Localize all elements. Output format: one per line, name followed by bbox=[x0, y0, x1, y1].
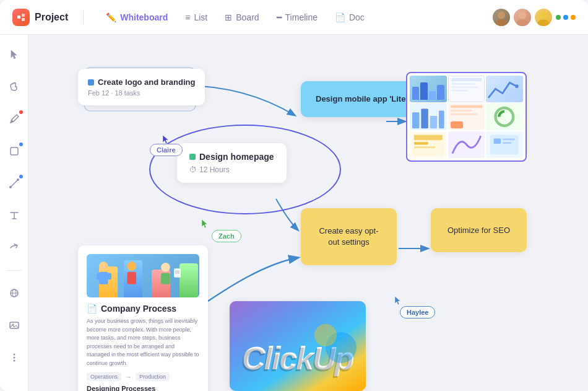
shape-tool-dot bbox=[19, 143, 23, 146]
svg-rect-51 bbox=[128, 272, 137, 284]
screenshots-grid[interactable] bbox=[406, 72, 527, 162]
card-seo[interactable]: Optimize for SEO bbox=[431, 208, 527, 252]
avatar-1[interactable] bbox=[491, 7, 511, 27]
cursor-haylee bbox=[394, 295, 402, 309]
whiteboard-tab-icon: ✏️ bbox=[106, 12, 116, 22]
section-operations: Operations bbox=[87, 372, 121, 381]
svg-rect-49 bbox=[107, 273, 111, 279]
canvas[interactable]: Create logo and branding Feb 12 · 18 tas… bbox=[28, 35, 588, 391]
svg-rect-35 bbox=[451, 113, 477, 115]
svg-rect-1 bbox=[22, 14, 25, 17]
svg-rect-34 bbox=[451, 110, 472, 112]
svg-rect-53 bbox=[161, 273, 170, 284]
globe-tool[interactable] bbox=[4, 283, 24, 303]
line-tool-dot bbox=[19, 175, 23, 178]
more-tool[interactable] bbox=[4, 348, 24, 367]
tab-whiteboard[interactable]: ✏️ Whiteboard bbox=[98, 9, 175, 26]
board-tab-icon: ⊞ bbox=[225, 12, 232, 22]
left-toolbar bbox=[0, 35, 28, 391]
svg-point-11 bbox=[9, 186, 12, 188]
screenshot-2 bbox=[448, 76, 485, 102]
board-tab-label: Board bbox=[236, 12, 259, 22]
nav-tabs: ✏️ Whiteboard ≡ List ⊞ Board ━ Timeline … bbox=[98, 9, 372, 26]
top-nav: Project ✏️ Whiteboard ≡ List ⊞ Board ━ T… bbox=[0, 0, 588, 35]
svg-rect-24 bbox=[451, 78, 482, 81]
svg-rect-48 bbox=[97, 273, 101, 279]
doc-banner bbox=[87, 254, 199, 297]
doc-sub-title: Designing Processes bbox=[87, 385, 199, 391]
card-clickup[interactable]: ClickUp ClickUp bbox=[230, 301, 366, 391]
section-production: Production bbox=[136, 372, 170, 381]
card-design-homepage[interactable]: Design homepage ⏱ 12 Hours bbox=[177, 143, 287, 183]
svg-rect-32 bbox=[439, 110, 444, 128]
svg-point-46 bbox=[99, 261, 108, 271]
svg-point-8 bbox=[537, 19, 549, 27]
screenshot-1 bbox=[410, 76, 447, 102]
svg-point-50 bbox=[128, 261, 137, 271]
svg-rect-33 bbox=[451, 105, 483, 108]
svg-point-61 bbox=[314, 324, 337, 346]
svg-point-28 bbox=[515, 84, 519, 88]
tab-board[interactable]: ⊞ Board bbox=[217, 9, 266, 26]
svg-rect-30 bbox=[421, 109, 428, 129]
svg-rect-42 bbox=[490, 135, 519, 155]
label-haylee: Haylee bbox=[400, 306, 435, 319]
svg-rect-36 bbox=[451, 121, 463, 128]
cursor-tool[interactable] bbox=[4, 45, 24, 64]
tab-timeline[interactable]: ━ Timeline bbox=[269, 9, 325, 26]
shape-tool[interactable] bbox=[4, 141, 24, 161]
svg-rect-25 bbox=[451, 83, 475, 85]
task-color-dot bbox=[88, 79, 94, 86]
screenshot-3 bbox=[486, 76, 523, 102]
tool-separator-1 bbox=[7, 270, 22, 271]
svg-point-52 bbox=[161, 263, 170, 272]
svg-point-12 bbox=[17, 178, 19, 181]
card-company-process[interactable]: 📄 Company Process As your business grows… bbox=[78, 245, 208, 391]
svg-point-4 bbox=[495, 19, 507, 27]
svg-point-5 bbox=[519, 11, 526, 19]
whiteboard-tab-label: Whiteboard bbox=[120, 12, 168, 22]
pencil-tool[interactable] bbox=[4, 109, 24, 129]
design-mobile-title: Design mobile app 'Lite' UI bbox=[316, 94, 418, 105]
screenshot-8 bbox=[448, 131, 485, 158]
doc-title: 📄 Company Process bbox=[87, 304, 199, 314]
svg-rect-27 bbox=[451, 90, 468, 92]
nav-divider bbox=[83, 11, 84, 24]
svg-rect-26 bbox=[451, 86, 478, 88]
svg-point-3 bbox=[498, 11, 505, 19]
svg-line-10 bbox=[11, 180, 18, 187]
app-logo[interactable]: Project bbox=[12, 9, 68, 26]
svg-rect-31 bbox=[430, 116, 437, 128]
screenshot-4 bbox=[410, 103, 447, 130]
app-title: Project bbox=[35, 12, 68, 23]
list-tab-icon: ≡ bbox=[185, 12, 190, 22]
line-tool[interactable] bbox=[4, 174, 24, 193]
svg-point-7 bbox=[540, 11, 547, 19]
tab-list[interactable]: ≡ List bbox=[178, 9, 215, 26]
svg-rect-40 bbox=[414, 142, 428, 144]
svg-rect-9 bbox=[11, 147, 18, 155]
avatars-group bbox=[491, 7, 576, 27]
avatar-3[interactable] bbox=[534, 7, 553, 27]
seo-title: Optimize for SEO bbox=[446, 226, 512, 235]
text-tool[interactable] bbox=[4, 206, 24, 226]
svg-rect-41 bbox=[414, 146, 435, 148]
doc-tab-icon: 📄 bbox=[335, 12, 345, 22]
image-tool[interactable] bbox=[4, 315, 24, 335]
svg-rect-43 bbox=[494, 138, 501, 144]
cursor-claire bbox=[162, 134, 170, 147]
design-homepage-title: Design homepage bbox=[189, 152, 274, 162]
timeline-tab-icon: ━ bbox=[277, 12, 282, 22]
card-create-logo[interactable]: Create logo and branding Feb 12 · 18 tas… bbox=[78, 69, 205, 105]
svg-point-6 bbox=[516, 19, 528, 27]
busy-dot bbox=[571, 15, 576, 20]
arrow-tool[interactable] bbox=[4, 238, 24, 258]
list-tab-label: List bbox=[194, 12, 207, 22]
hand-tool[interactable] bbox=[4, 77, 24, 97]
screenshot-7 bbox=[410, 131, 447, 158]
tab-doc[interactable]: 📄 Doc bbox=[327, 9, 372, 26]
cursor-zach bbox=[201, 218, 209, 232]
avatar-2[interactable] bbox=[512, 7, 532, 27]
svg-rect-2 bbox=[22, 18, 25, 21]
card-opt-out[interactable]: Create easy opt-out settings bbox=[301, 208, 397, 265]
